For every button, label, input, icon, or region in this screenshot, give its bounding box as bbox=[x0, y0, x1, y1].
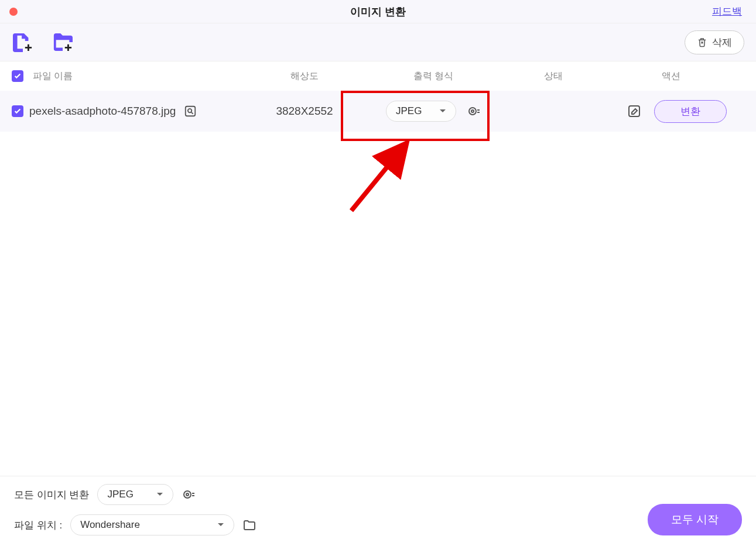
select-all-checkbox[interactable] bbox=[12, 70, 23, 82]
add-file-icon[interactable] bbox=[12, 32, 34, 52]
svg-point-2 bbox=[469, 108, 476, 115]
chevron-down-icon bbox=[217, 521, 224, 528]
preview-icon[interactable] bbox=[184, 105, 197, 118]
settings-icon[interactable] bbox=[467, 104, 481, 118]
convert-button[interactable]: 변환 bbox=[654, 100, 727, 123]
svg-point-3 bbox=[471, 110, 474, 112]
window-title: 이미지 변환 bbox=[350, 5, 406, 19]
header-resolution: 해상도 bbox=[252, 70, 357, 83]
window-close-dot[interactable] bbox=[9, 8, 18, 16]
toolbar: 삭제 bbox=[0, 23, 756, 61]
trash-icon bbox=[697, 37, 707, 47]
table-header: 파일 이름 해상도 출력 형식 상태 액션 bbox=[0, 61, 756, 91]
svg-rect-4 bbox=[629, 106, 639, 116]
footer: 모든 이미지 변환 JPEG 파일 위치 : Wondershare 모두 시작 bbox=[0, 476, 756, 546]
format-value: JPEG bbox=[396, 105, 422, 117]
svg-rect-0 bbox=[186, 107, 196, 116]
convert-all-label: 모든 이미지 변환 bbox=[14, 488, 89, 502]
header-output-format: 출력 형식 bbox=[357, 70, 509, 83]
file-name: pexels-asadphoto-457878.jpg bbox=[29, 105, 176, 118]
feedback-link[interactable]: 피드백 bbox=[712, 5, 742, 18]
svg-line-5 bbox=[351, 146, 404, 211]
row-checkbox[interactable] bbox=[12, 105, 23, 117]
global-format-select[interactable]: JPEG bbox=[97, 484, 173, 505]
delete-button[interactable]: 삭제 bbox=[685, 30, 744, 54]
svg-point-7 bbox=[186, 493, 189, 496]
header-filename: 파일 이름 bbox=[29, 70, 252, 83]
format-select[interactable]: JPEG bbox=[386, 101, 456, 122]
annotation-arrow bbox=[334, 135, 433, 228]
delete-label: 삭제 bbox=[712, 36, 732, 49]
add-folder-icon[interactable] bbox=[52, 32, 74, 52]
start-all-button[interactable]: 모두 시작 bbox=[648, 504, 742, 535]
edit-icon[interactable] bbox=[627, 104, 641, 118]
location-label: 파일 위치 : bbox=[14, 518, 62, 532]
header-action: 액션 bbox=[597, 70, 744, 83]
svg-point-6 bbox=[184, 491, 191, 498]
header-status: 상태 bbox=[509, 70, 597, 83]
titlebar: 이미지 변환 피드백 bbox=[0, 0, 756, 23]
location-select[interactable]: Wondershare bbox=[70, 514, 234, 535]
global-format-value: JPEG bbox=[107, 489, 133, 500]
chevron-down-icon bbox=[439, 108, 446, 115]
location-value: Wondershare bbox=[80, 519, 140, 531]
svg-point-1 bbox=[188, 109, 191, 112]
global-settings-icon[interactable] bbox=[182, 487, 196, 502]
open-folder-icon[interactable] bbox=[242, 518, 256, 532]
chevron-down-icon bbox=[156, 491, 163, 498]
table-row: pexels-asadphoto-457878.jpg 3828X2552 JP… bbox=[0, 91, 756, 132]
resolution-value: 3828X2552 bbox=[252, 105, 357, 118]
